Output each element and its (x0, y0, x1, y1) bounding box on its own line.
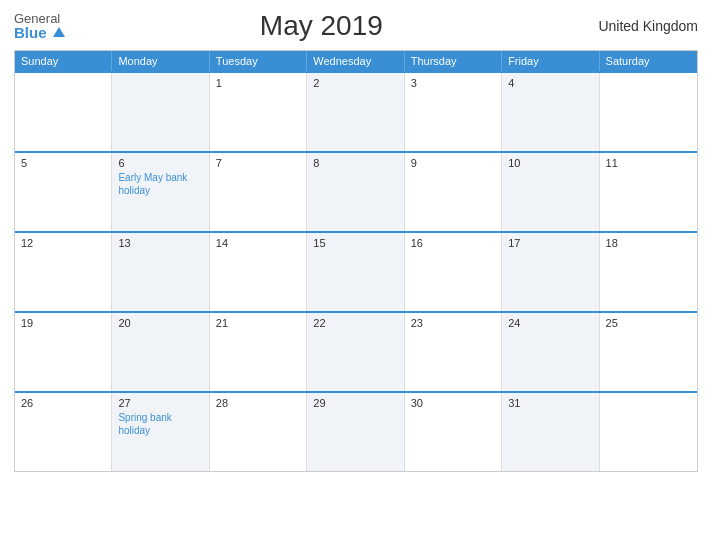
day-cell: 4 (502, 73, 599, 151)
header: General Blue May 2019 United Kingdom (14, 10, 698, 42)
holiday-label: Spring bank holiday (118, 411, 202, 437)
day-cell: 19 (15, 313, 112, 391)
day-cell: 5 (15, 153, 112, 231)
col-sunday: Sunday (15, 51, 112, 71)
day-cell: 17 (502, 233, 599, 311)
logo-triangle-icon (53, 27, 65, 37)
calendar-page: General Blue May 2019 United Kingdom Sun… (0, 0, 712, 550)
logo: General Blue (14, 12, 65, 40)
day-cell: 7 (210, 153, 307, 231)
col-tuesday: Tuesday (210, 51, 307, 71)
region-label: United Kingdom (578, 18, 698, 34)
col-friday: Friday (502, 51, 599, 71)
week-2: 5 6 Early May bank holiday 7 8 9 10 11 (15, 151, 697, 231)
day-cell: 31 (502, 393, 599, 471)
day-cell: 1 (210, 73, 307, 151)
day-cell: 24 (502, 313, 599, 391)
day-cell: 8 (307, 153, 404, 231)
col-thursday: Thursday (405, 51, 502, 71)
day-cell: 14 (210, 233, 307, 311)
calendar-title: May 2019 (65, 10, 578, 42)
day-cell: 30 (405, 393, 502, 471)
day-cell: 3 (405, 73, 502, 151)
day-cell: 16 (405, 233, 502, 311)
day-cell: 25 (600, 313, 697, 391)
day-cell: 22 (307, 313, 404, 391)
day-cell: 10 (502, 153, 599, 231)
day-cell: 11 (600, 153, 697, 231)
day-cell (15, 73, 112, 151)
col-saturday: Saturday (600, 51, 697, 71)
day-cell: 18 (600, 233, 697, 311)
day-cell: 27 Spring bank holiday (112, 393, 209, 471)
day-cell (600, 73, 697, 151)
day-cell: 13 (112, 233, 209, 311)
day-cell: 15 (307, 233, 404, 311)
holiday-label: Early May bank holiday (118, 171, 202, 197)
day-cell (112, 73, 209, 151)
day-cell: 20 (112, 313, 209, 391)
day-cell: 28 (210, 393, 307, 471)
calendar-grid: Sunday Monday Tuesday Wednesday Thursday… (14, 50, 698, 472)
col-monday: Monday (112, 51, 209, 71)
day-cell: 12 (15, 233, 112, 311)
day-cell: 26 (15, 393, 112, 471)
day-cell: 2 (307, 73, 404, 151)
day-cell: 6 Early May bank holiday (112, 153, 209, 231)
col-wednesday: Wednesday (307, 51, 404, 71)
day-cell: 9 (405, 153, 502, 231)
week-3: 12 13 14 15 16 17 18 (15, 231, 697, 311)
week-5: 26 27 Spring bank holiday 28 29 30 31 (15, 391, 697, 471)
day-cell: 29 (307, 393, 404, 471)
week-1: 1 2 3 4 (15, 71, 697, 151)
day-cell: 21 (210, 313, 307, 391)
week-4: 19 20 21 22 23 24 25 (15, 311, 697, 391)
logo-blue-text: Blue (14, 25, 65, 40)
day-cell (600, 393, 697, 471)
day-cell: 23 (405, 313, 502, 391)
calendar-header-row: Sunday Monday Tuesday Wednesday Thursday… (15, 51, 697, 71)
